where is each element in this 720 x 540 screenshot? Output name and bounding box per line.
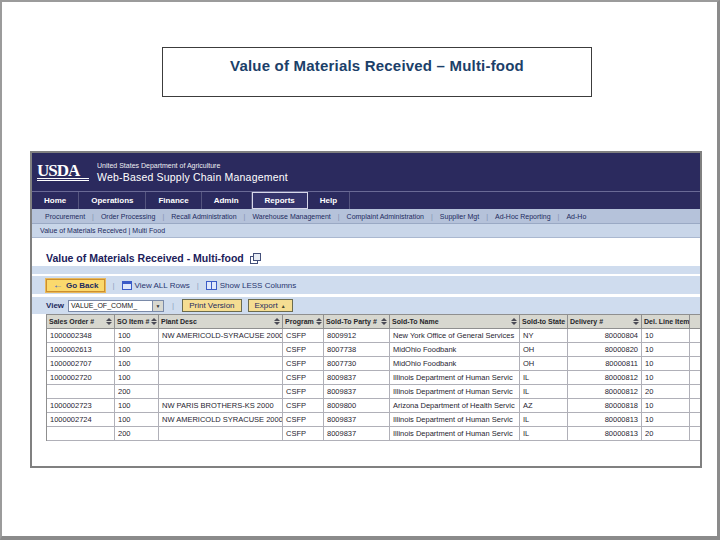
view-select-dropdown-button[interactable]: ▼	[152, 300, 164, 312]
breadcrumb-text: Value of Materials Received | Multi Food	[40, 227, 165, 234]
show-less-columns-button[interactable]: Show LESS Columns	[206, 281, 296, 290]
column-header-sold-to-name[interactable]: Sold-To Name	[390, 315, 520, 329]
sort-icon[interactable]	[274, 318, 280, 325]
cell-program: CSFP	[283, 343, 324, 357]
submenu-item-order-processing[interactable]: Order Processing	[94, 213, 162, 220]
table-body: 1000002348100NW AMERICOLD-SYRACUSE 2000C…	[47, 329, 700, 441]
open-in-window-icon[interactable]	[250, 253, 260, 263]
cell-program: CSFP	[283, 427, 324, 441]
cell-program: CSFP	[283, 357, 324, 371]
menu-tab-finance[interactable]: Finance	[146, 192, 201, 209]
view-all-rows-label: View ALL Rows	[135, 281, 190, 290]
breadcrumb: Value of Materials Received | Multi Food	[32, 224, 700, 238]
go-back-button[interactable]: ← Go Back	[46, 279, 105, 292]
cell-del-line-item: 20	[642, 385, 690, 399]
view-select-value[interactable]: VALUE_OF_COMM_	[68, 300, 152, 312]
print-version-button[interactable]: Print Version	[182, 299, 241, 312]
cell-so-item: 100	[115, 371, 159, 385]
column-header-delivery[interactable]: Delivery #	[568, 315, 642, 329]
slide-title: Value of Materials Received – Multi-food	[163, 57, 591, 74]
view-all-rows-button[interactable]: View ALL Rows	[122, 281, 190, 290]
cell-so-item: 200	[115, 385, 159, 399]
column-header-label: Del. Line Item	[644, 318, 690, 325]
cell-sold-to-name: New York Office of General Services	[390, 329, 520, 343]
menu-tab-operations[interactable]: Operations	[79, 192, 146, 209]
cell-so-item: 100	[115, 357, 159, 371]
cell-sold-to-party: 8009837	[324, 427, 390, 441]
cell-del-line-item: 10	[642, 329, 690, 343]
cell-program: CSFP	[283, 385, 324, 399]
submenu-item-ad-ho[interactable]: Ad-Ho	[559, 213, 593, 220]
sort-icon[interactable]	[106, 318, 112, 325]
submenu-bar: Procurement|Order Processing|Recall Admi…	[32, 209, 700, 224]
submenu-item-complaint-administration[interactable]: Complaint Administration	[340, 213, 431, 220]
cell-delivery: 80000813	[568, 413, 642, 427]
cell-so-item: 100	[115, 329, 159, 343]
cell-delivery: 80000820	[568, 343, 642, 357]
toolbar-separator: |	[197, 281, 199, 290]
submenu-item-supplier-mgt[interactable]: Supplier Mgt	[433, 213, 486, 220]
cell-clipped	[690, 427, 700, 441]
cell-sales-order: 1000002613	[47, 343, 115, 357]
cell-so-item: 200	[115, 427, 159, 441]
cell-sold-to-party: 8009837	[324, 371, 390, 385]
cell-sold-to-state: OH	[520, 357, 568, 371]
cell-sold-to-state: IL	[520, 427, 568, 441]
cell-sales-order: 1000002720	[47, 371, 115, 385]
cell-sold-to-state: IL	[520, 413, 568, 427]
cell-del-line-item: 10	[642, 413, 690, 427]
column-header-label: Program	[285, 318, 314, 325]
cell-sold-to-name: Illinois Department of Human Servic	[390, 413, 520, 427]
cell-sold-to-name: Illinois Department of Human Servic	[390, 371, 520, 385]
menu-tab-admin[interactable]: Admin	[202, 192, 252, 209]
sort-icon[interactable]	[316, 318, 322, 325]
menu-tab-reports[interactable]: Reports	[252, 192, 308, 209]
cell-sold-to-state: OH	[520, 343, 568, 357]
sort-icon[interactable]	[633, 318, 639, 325]
view-select[interactable]: VALUE_OF_COMM_ ▼	[68, 300, 164, 312]
column-header-so-item[interactable]: SO Item #	[115, 315, 159, 329]
table-row: 200CSFP8009837Illinois Department of Hum…	[47, 427, 700, 441]
cell-sold-to-state: AZ	[520, 399, 568, 413]
export-button[interactable]: Export ▲	[248, 299, 293, 312]
submenu-item-warehouse-management[interactable]: Warehouse Management	[245, 213, 337, 220]
view-label: View	[46, 301, 64, 310]
cell-so-item: 100	[115, 413, 159, 427]
spacer	[32, 238, 700, 250]
submenu-item-recall-administration[interactable]: Recall Administration	[164, 213, 243, 220]
cell-sales-order: 1000002724	[47, 413, 115, 427]
column-header-plant-desc[interactable]: Plant Desc	[159, 315, 283, 329]
report-table-area: Sales Order #SO Item #Plant DescProgramS…	[32, 314, 700, 466]
cell-sold-to-party: 8007730	[324, 357, 390, 371]
column-header-sales-order[interactable]: Sales Order #	[47, 315, 115, 329]
cell-sales-order	[47, 385, 115, 399]
cell-so-item: 100	[115, 343, 159, 357]
column-header-program[interactable]: Program	[283, 315, 324, 329]
cell-clipped	[690, 385, 700, 399]
table-row: 200CSFP8009837Illinois Department of Hum…	[47, 385, 700, 399]
sort-icon[interactable]	[511, 318, 517, 325]
sort-icon[interactable]	[151, 318, 157, 325]
column-header-sold-to-party[interactable]: Sold-To Party #	[324, 315, 390, 329]
submenu-item-procurement[interactable]: Procurement	[38, 213, 92, 220]
cell-plant-desc: NW AMERICOLD SYRACUSE 2000	[159, 413, 283, 427]
cell-sold-to-party: 8007738	[324, 343, 390, 357]
sort-icon[interactable]	[381, 318, 387, 325]
cell-so-item: 100	[115, 399, 159, 413]
cell-sold-to-name: MidOhio Foodbank	[390, 343, 520, 357]
print-version-label: Print Version	[189, 301, 234, 310]
menu-tab-home[interactable]: Home	[32, 192, 79, 209]
cell-del-line-item: 10	[642, 357, 690, 371]
page-title-row: Value of Materials Received - Multi-food	[32, 250, 700, 266]
column-header-sold-to-state[interactable]: Sold-to State	[520, 315, 568, 329]
submenu-item-ad-hoc-reporting[interactable]: Ad-Hoc Reporting	[488, 213, 558, 220]
column-header-del-line-item[interactable]: Del. Line Item	[642, 315, 690, 329]
cell-sold-to-name: Illinois Department of Human Servic	[390, 385, 520, 399]
column-header-label: SO Item #	[117, 318, 149, 325]
table-rows-icon	[122, 281, 132, 290]
usda-header-band: USDA United States Department of Agricul…	[32, 153, 700, 191]
cell-delivery: 80000818	[568, 399, 642, 413]
cell-sold-to-party: 8009837	[324, 413, 390, 427]
menu-tab-help[interactable]: Help	[308, 192, 350, 209]
cell-delivery: 80000813	[568, 427, 642, 441]
